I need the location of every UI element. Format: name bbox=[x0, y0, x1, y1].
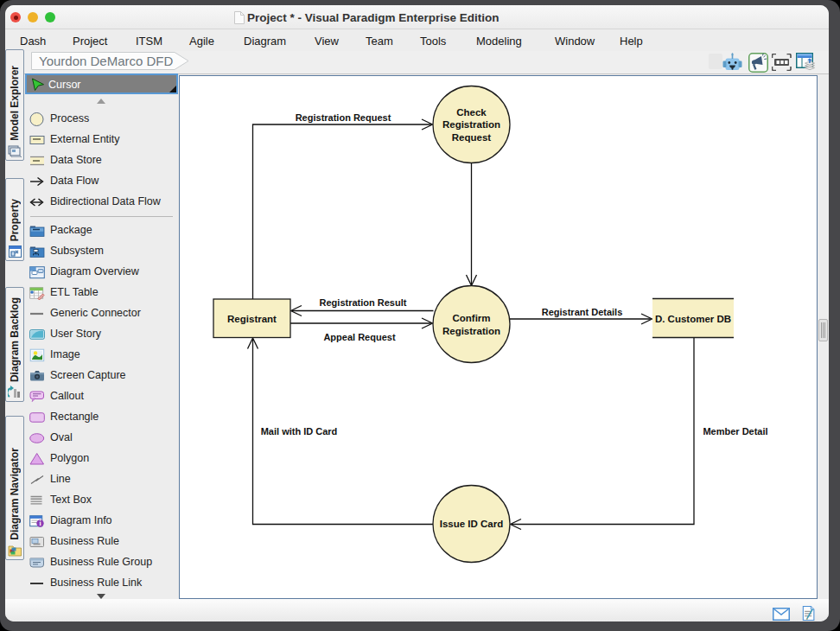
svg-text:Registrant: Registrant bbox=[227, 314, 277, 324]
svg-text:Registration: Registration bbox=[442, 326, 500, 336]
svg-text:Member Detail: Member Detail bbox=[703, 426, 767, 437]
svg-text:i: i bbox=[39, 519, 41, 527]
svg-text:D. Customer DB: D. Customer DB bbox=[655, 314, 731, 324]
svg-text:Request: Request bbox=[452, 132, 492, 143]
svg-text:Registration: Registration bbox=[442, 119, 500, 130]
svg-text:Registration Request: Registration Request bbox=[296, 112, 391, 123]
svg-text:Check: Check bbox=[456, 107, 487, 118]
svg-text:Registrant Details: Registrant Details bbox=[542, 307, 623, 317]
svg-text:Issue ID Card: Issue ID Card bbox=[440, 519, 504, 529]
svg-text:Appeal Request: Appeal Request bbox=[323, 332, 395, 342]
svg-text:Mail with ID Card: Mail with ID Card bbox=[261, 426, 338, 437]
svg-text:Registration Result: Registration Result bbox=[320, 297, 407, 308]
svg-text:Confirm: Confirm bbox=[452, 313, 490, 323]
